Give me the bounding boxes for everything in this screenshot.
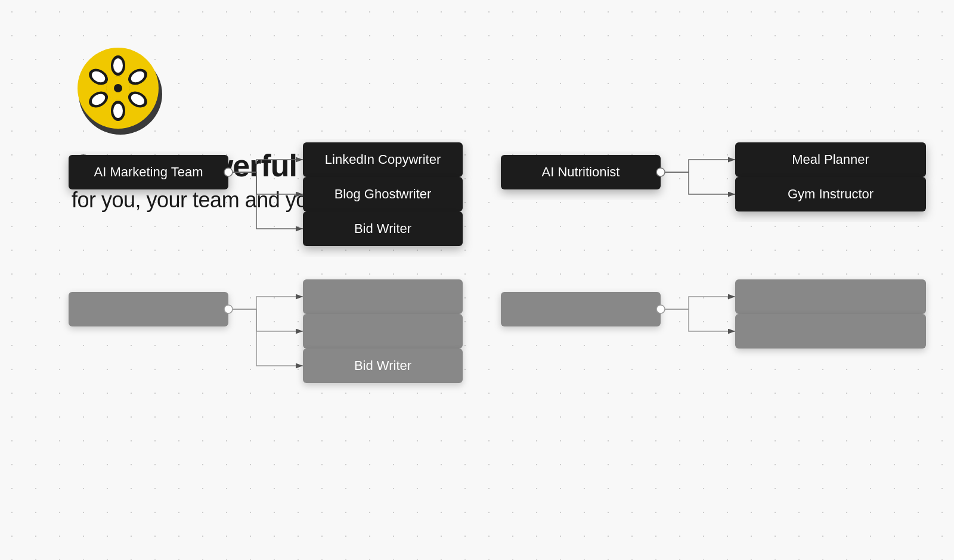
- node-gray-target-2a[interactable]: [735, 279, 926, 314]
- node-label-gym-instructor: Gym Instructor: [788, 186, 874, 201]
- svg-rect-27: [303, 279, 463, 314]
- node-label-blog-ghostwriter: Blog Ghostwriter: [334, 186, 432, 201]
- connector-dot-1: [224, 168, 233, 176]
- node-gray-label-1c: Bid Writer: [354, 358, 411, 373]
- node-meal-planner[interactable]: Meal Planner: [735, 142, 926, 177]
- svg-rect-32: [735, 314, 926, 349]
- node-gray-source-2[interactable]: [501, 292, 661, 326]
- flow-diagram: AI Marketing Team LinkedIn Copywriter Bl…: [0, 0, 954, 560]
- connector-dot-2: [656, 168, 665, 176]
- connector-line-3a: [233, 297, 303, 309]
- node-gym-instructor[interactable]: Gym Instructor: [735, 177, 926, 211]
- node-label-meal-planner: Meal Planner: [792, 152, 869, 167]
- node-gray-target-1b[interactable]: [303, 314, 463, 349]
- connector-line-4a: [665, 297, 735, 309]
- node-linkedin-copywriter[interactable]: LinkedIn Copywriter: [303, 142, 463, 177]
- connector-line-1c: [233, 172, 303, 229]
- node-ai-marketing-team[interactable]: AI Marketing Team: [69, 155, 228, 189]
- connector-line-4b: [665, 309, 735, 331]
- connector-line-2a: [665, 160, 735, 172]
- svg-rect-30: [501, 292, 661, 326]
- svg-rect-26: [69, 292, 228, 326]
- node-gray-target-1c[interactable]: Bid Writer: [303, 349, 463, 383]
- node-label-ai-marketing-team: AI Marketing Team: [94, 164, 203, 179]
- connector-line-1a: [233, 160, 303, 172]
- page-content: Create powerful AI tools for you, your t…: [0, 0, 954, 560]
- node-label-bid-writer: Bid Writer: [354, 221, 411, 236]
- node-gray-target-1a[interactable]: [303, 279, 463, 314]
- node-label-ai-nutritionist: AI Nutritionist: [542, 164, 620, 179]
- node-ai-nutritionist[interactable]: AI Nutritionist: [501, 155, 661, 189]
- svg-rect-28: [303, 314, 463, 349]
- connector-dot-3: [224, 305, 233, 313]
- node-blog-ghostwriter[interactable]: Blog Ghostwriter: [303, 177, 463, 211]
- connector-line-3c: [233, 309, 303, 366]
- node-bid-writer[interactable]: Bid Writer: [303, 211, 463, 246]
- node-gray-target-2b[interactable]: [735, 314, 926, 349]
- connector-line-2b: [665, 172, 735, 194]
- connector-line-3b: [233, 309, 303, 331]
- node-label-linkedin-copywriter: LinkedIn Copywriter: [325, 152, 441, 167]
- connector-line-1b: [233, 172, 303, 194]
- svg-rect-31: [735, 279, 926, 314]
- connector-dot-4: [656, 305, 665, 313]
- node-gray-source-1[interactable]: [69, 292, 228, 326]
